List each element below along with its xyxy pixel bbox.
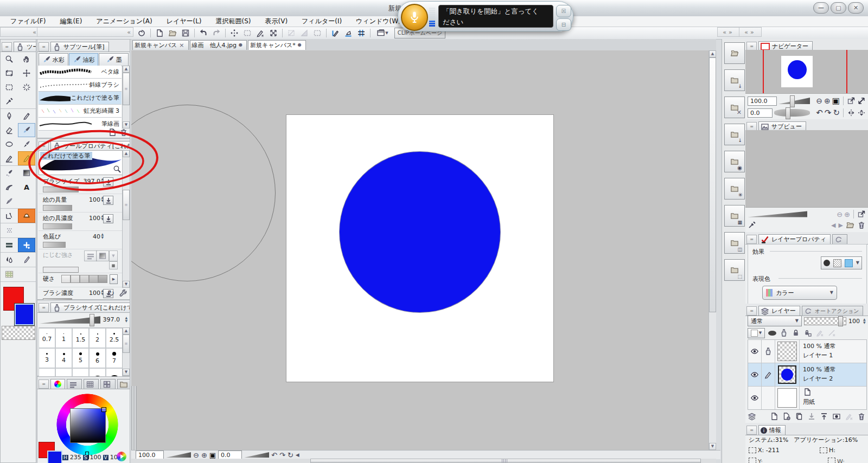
fill-pen-icon[interactable] — [254, 28, 266, 38]
brush-item-nijikousai[interactable]: 虹光彩綺羅 3 — [39, 105, 122, 118]
speech-close-button[interactable]: ☒ — [556, 5, 571, 17]
crop-a-icon[interactable] — [285, 28, 297, 38]
airbrush-tool[interactable] — [1, 166, 18, 180]
blur-small-button[interactable]: ▪ — [109, 261, 118, 269]
eraser-tool[interactable] — [1, 123, 18, 137]
magic-wand-tool[interactable] — [18, 80, 35, 94]
rotate-right-icon[interactable]: ↷ — [279, 452, 285, 459]
screen-mode-dropdown[interactable]: ▼ — [373, 28, 392, 38]
layer-name[interactable]: 用紙 — [803, 398, 815, 406]
layer-row-2-selected[interactable]: 100 % 通常 レイヤー 2 — [748, 363, 866, 387]
expression-color-dropdown[interactable]: カラー ▼ — [762, 286, 837, 300]
open-image-icon[interactable] — [846, 221, 854, 229]
paint-density-slider[interactable] — [43, 223, 72, 229]
scroll-up-icon[interactable]: ▲ — [123, 327, 130, 335]
tool-property-tab[interactable]: ツールプロパティ[これだけ — [50, 141, 130, 151]
tab-oil[interactable]: 油彩 — [69, 53, 99, 66]
layer-thumbnail[interactable] — [778, 365, 796, 384]
hand-tool[interactable] — [18, 52, 35, 66]
navigator-rotation-value[interactable]: 0.0 — [748, 108, 773, 118]
collapse-materials[interactable]: «» — [717, 27, 740, 37]
new-folder-icon[interactable] — [795, 412, 803, 421]
param-options-button[interactable] — [103, 196, 113, 205]
redo-icon[interactable] — [210, 28, 222, 38]
layer-color-effect-icon[interactable] — [845, 259, 853, 267]
menu-filter[interactable]: フィルター(I) — [295, 17, 349, 26]
layer-row-1[interactable]: 100 % 通常 レイヤー 1 — [748, 340, 866, 363]
collapsed-palette-grip[interactable] — [131, 386, 137, 450]
layer-mask-icon[interactable] — [832, 412, 841, 421]
undo-icon[interactable] — [197, 28, 209, 38]
material-folder-effect[interactable]: ✳ — [724, 178, 745, 200]
size-preset-large[interactable] — [106, 368, 122, 376]
size-preset-1.5[interactable]: 1.5 — [72, 328, 89, 348]
save-icon[interactable] — [180, 28, 192, 38]
size-preset-3[interactable]: 3 — [39, 348, 55, 368]
panel-menu-button[interactable]: ≡ — [2, 42, 12, 52]
hardness-level-2[interactable] — [71, 275, 80, 283]
hardness-more-button[interactable]: ▶ — [110, 274, 118, 284]
layer-stack-icon[interactable] — [748, 412, 756, 421]
hat-material-tool[interactable] — [18, 209, 35, 223]
zoom-in-icon[interactable]: ⊕ — [201, 452, 207, 459]
brush-size-tab[interactable]: ブラシサイズ[これだけで塗る — [50, 303, 130, 312]
clip-color-logo[interactable] — [117, 452, 126, 461]
fit-subview-icon[interactable] — [857, 210, 866, 218]
slider-handle[interactable] — [786, 107, 790, 119]
canvas-rotation-value[interactable]: 0.0 — [218, 451, 242, 460]
material-folder-layout[interactable]: ◫ — [724, 232, 745, 254]
lock-transparent-icon[interactable] — [803, 329, 812, 337]
figure-tool[interactable] — [1, 137, 18, 151]
speech-minimize-button[interactable]: ⊟ — [556, 18, 571, 31]
scroll-down-icon[interactable]: ▼ — [709, 443, 716, 450]
size-preset-2.5[interactable]: 2.5 — [106, 328, 122, 348]
canvas-viewport[interactable] — [131, 50, 709, 450]
open-file-icon[interactable] — [167, 28, 178, 38]
tab-color-sliders[interactable] — [67, 379, 82, 389]
clip-spiral-icon[interactable] — [136, 28, 148, 38]
canvas-vscrollbar[interactable]: ▲ ▼ — [709, 50, 716, 450]
material-folder-object[interactable]: ⬚ — [724, 259, 745, 281]
hardness-level-3[interactable] — [80, 275, 89, 283]
scroll-up-icon[interactable]: ▲ — [709, 50, 716, 57]
ruler-range-icon[interactable] — [827, 329, 836, 337]
zoom-out-icon[interactable]: ⊖ — [816, 97, 822, 105]
material-folder-3d[interactable]: ◉ — [724, 151, 745, 172]
flip-view-tool[interactable] — [1, 66, 18, 80]
layers-tab[interactable]: レイヤー — [758, 306, 800, 316]
canvas-zoom-slider[interactable] — [166, 452, 191, 458]
hardness-level-1[interactable] — [61, 275, 71, 283]
panel-menu-button[interactable]: ≡ — [746, 306, 757, 316]
panel-menu-button[interactable]: ≡ — [39, 380, 49, 389]
maximize-button[interactable]: ▢ — [831, 2, 846, 14]
tab-3d-material[interactable] — [832, 234, 847, 244]
fit-view-icon[interactable]: ▣ — [209, 452, 216, 459]
status-prev-icon[interactable]: ◀ — [296, 453, 299, 458]
brush-item-shasen[interactable]: 斜線ブラシ — [39, 79, 122, 92]
auto-action-tab[interactable]: オートアクション — [802, 306, 864, 316]
collapse-left-panels[interactable]: « — [37, 27, 133, 37]
merge-down-icon[interactable] — [807, 412, 816, 421]
eye-icon[interactable] — [750, 370, 759, 379]
brush-size-slider[interactable] — [43, 187, 79, 192]
crop-c-icon[interactable] — [311, 28, 323, 38]
rotate-reset-icon[interactable]: ↻ — [833, 109, 840, 117]
apply-mask-icon[interactable] — [845, 412, 853, 421]
spinner[interactable]: ▲▼ — [101, 233, 104, 239]
tool-panel-tab[interactable]: ツー — [14, 42, 36, 52]
sv-cursor[interactable] — [101, 407, 106, 412]
pen-tool[interactable] — [1, 109, 18, 123]
navigator-preview[interactable] — [745, 50, 868, 94]
close-tab-icon[interactable]: × — [179, 42, 184, 48]
size-preset-large[interactable] — [39, 368, 55, 376]
scroll-down-icon[interactable]: ▼ — [123, 369, 130, 376]
curve-tool[interactable] — [1, 180, 18, 194]
size-preset-2[interactable]: 2 — [89, 328, 106, 348]
zoom-in-icon[interactable]: ⊕ — [844, 211, 850, 218]
info-tab[interactable]: i情報 — [758, 425, 786, 435]
collapse-right-panels[interactable]: «» — [739, 27, 762, 37]
snap-ruler-icon[interactable] — [329, 28, 341, 38]
enable-mask-icon[interactable] — [815, 329, 824, 337]
canvas-hscrollbar[interactable] — [131, 459, 716, 463]
material-folder-image[interactable]: ▦ — [724, 205, 745, 227]
